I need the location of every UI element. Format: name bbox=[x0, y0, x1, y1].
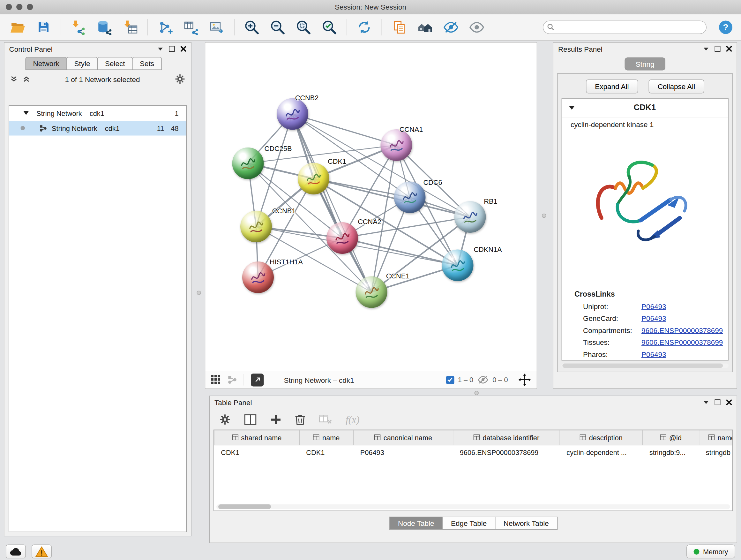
houses-button[interactable] bbox=[414, 17, 436, 38]
tab-string[interactable]: String bbox=[624, 57, 665, 71]
minimize-window-button[interactable] bbox=[16, 4, 23, 10]
zoom-in-button[interactable] bbox=[241, 17, 263, 38]
column-header-namespace[interactable]: namespace bbox=[699, 430, 733, 445]
clear-table-icon[interactable] bbox=[319, 414, 332, 425]
network-node-cdc25b[interactable] bbox=[232, 147, 264, 179]
close-window-button[interactable] bbox=[6, 4, 12, 10]
crosslink-uniprot-link[interactable]: P06493 bbox=[642, 302, 666, 311]
column-header-@id[interactable]: @id bbox=[643, 430, 699, 445]
collapse-entry-caret-icon[interactable] bbox=[569, 105, 575, 110]
refresh-button[interactable] bbox=[353, 17, 375, 38]
network-from-table-button[interactable] bbox=[180, 17, 202, 38]
column-header-description[interactable]: description bbox=[560, 430, 643, 445]
crosslink-tissues-link[interactable]: 9606.ENSP00000378699 bbox=[642, 338, 723, 347]
tab-style[interactable]: Style bbox=[67, 57, 98, 70]
save-session-button[interactable] bbox=[32, 17, 55, 38]
function-builder-icon[interactable]: f(x) bbox=[346, 414, 360, 426]
network-node-ccne1[interactable] bbox=[356, 276, 387, 308]
network-node-ccnb2[interactable] bbox=[277, 98, 308, 130]
cloud-status-button[interactable] bbox=[6, 545, 26, 559]
grid-view-icon[interactable] bbox=[211, 375, 221, 385]
tab-network[interactable]: Network bbox=[25, 57, 67, 70]
column-header-database-identifier[interactable]: database identifier bbox=[453, 430, 560, 445]
protein-squiggle-icon bbox=[461, 207, 480, 227]
expand-all-tree-icon[interactable] bbox=[23, 76, 30, 82]
delete-column-trash-icon[interactable] bbox=[295, 414, 306, 426]
network-collection-row[interactable]: String Network – cdk1 1 bbox=[9, 106, 186, 121]
panel-close-icon[interactable] bbox=[181, 46, 186, 52]
panel-close-icon[interactable] bbox=[726, 46, 732, 52]
crosslink-pharos-link[interactable]: P06493 bbox=[642, 350, 666, 359]
expand-all-button[interactable]: Expand All bbox=[586, 79, 638, 94]
panel-float-icon[interactable] bbox=[703, 400, 709, 404]
export-image-button[interactable] bbox=[206, 17, 228, 38]
tab-sets[interactable]: Sets bbox=[132, 57, 162, 70]
zoom-out-button[interactable] bbox=[267, 17, 289, 38]
network-edge[interactable] bbox=[293, 114, 397, 145]
import-network-database-button[interactable] bbox=[93, 17, 116, 38]
table-settings-gear-icon[interactable] bbox=[219, 414, 231, 425]
network-edge[interactable] bbox=[342, 238, 458, 266]
panel-maximize-icon[interactable] bbox=[715, 46, 721, 52]
network-node-hist1h1a[interactable] bbox=[242, 261, 274, 293]
copy-document-button[interactable] bbox=[388, 17, 410, 38]
column-header-shared-name[interactable]: shared name bbox=[214, 430, 299, 445]
network-edge[interactable] bbox=[293, 114, 372, 292]
column-header-canonical-name[interactable]: canonical name bbox=[354, 430, 453, 445]
splitter-handle[interactable] bbox=[197, 291, 201, 295]
network-node-ccna2[interactable] bbox=[327, 222, 358, 254]
tree-expand-caret-icon[interactable] bbox=[23, 111, 29, 116]
crosslink-genecard-link[interactable]: P06493 bbox=[642, 314, 666, 322]
table-row[interactable]: CDK1CDK1P064939606.ENSP00000378699cyclin… bbox=[214, 445, 733, 460]
help-button[interactable]: ? bbox=[717, 17, 734, 38]
network-canvas[interactable]: CCNB2CCNA1CDC25BCDK1CDC6RB1CCNB1CCNA2CDK… bbox=[205, 43, 537, 371]
tab-select[interactable]: Select bbox=[97, 57, 133, 70]
gear-icon[interactable] bbox=[175, 74, 185, 84]
panel-float-icon[interactable] bbox=[703, 47, 709, 51]
panel-maximize-icon[interactable] bbox=[715, 399, 721, 405]
zoom-window-button[interactable] bbox=[27, 4, 33, 10]
network-node-ccnb1[interactable] bbox=[240, 211, 272, 242]
gene-description: cyclin-dependent kinase 1 bbox=[562, 118, 728, 130]
import-network-file-button[interactable] bbox=[68, 17, 90, 38]
collapse-all-tree-icon[interactable] bbox=[10, 76, 18, 82]
panel-float-icon[interactable] bbox=[158, 47, 163, 51]
selected-nodes-checkbox[interactable] bbox=[446, 376, 454, 384]
show-all-button[interactable] bbox=[466, 17, 488, 38]
zoom-fit-button[interactable] bbox=[293, 17, 315, 38]
table-horizontal-scrollbar[interactable] bbox=[216, 504, 730, 509]
splitter-handle[interactable] bbox=[542, 213, 546, 218]
zoom-selected-button[interactable] bbox=[319, 17, 340, 38]
splitter-handle[interactable] bbox=[475, 391, 479, 395]
crosslink-label: Uniprot: bbox=[583, 302, 642, 311]
protein-squiggle-icon bbox=[283, 105, 302, 124]
memory-button[interactable]: Memory bbox=[686, 545, 735, 559]
import-table-button[interactable] bbox=[119, 17, 141, 38]
network-node-ccna1[interactable] bbox=[381, 129, 412, 161]
tab-edge-table[interactable]: Edge Table bbox=[442, 517, 495, 530]
network-node-cdc6[interactable] bbox=[394, 182, 426, 213]
results-horizontal-scrollbar[interactable] bbox=[562, 364, 729, 368]
panel-close-icon[interactable] bbox=[726, 399, 732, 405]
add-column-icon[interactable] bbox=[270, 414, 281, 425]
zoom-in-icon bbox=[244, 19, 260, 36]
show-columns-icon[interactable] bbox=[244, 414, 257, 425]
crosslink-compartments-link[interactable]: 9606.ENSP00000378699 bbox=[642, 326, 723, 334]
network-overview-icon[interactable] bbox=[227, 375, 237, 385]
column-header-name[interactable]: name bbox=[299, 430, 354, 445]
pan-crosshair-icon[interactable] bbox=[519, 374, 531, 386]
hide-selected-button[interactable] bbox=[440, 17, 462, 38]
network-node-cdk1[interactable] bbox=[298, 163, 329, 194]
collapse-all-button[interactable]: Collapse All bbox=[649, 79, 704, 94]
network-node-rb1[interactable] bbox=[455, 201, 486, 233]
open-session-button[interactable] bbox=[7, 17, 29, 38]
search-input[interactable] bbox=[543, 21, 706, 34]
network-row[interactable]: String Network – cdk1 11 48 bbox=[9, 121, 186, 136]
network-node-cdkn1a[interactable] bbox=[442, 250, 474, 281]
warnings-button[interactable] bbox=[31, 545, 52, 559]
tab-node-table[interactable]: Node Table bbox=[389, 517, 443, 530]
tab-network-table[interactable]: Network Table bbox=[495, 517, 557, 530]
annotation-mode-button[interactable] bbox=[251, 373, 264, 386]
new-network-button[interactable] bbox=[154, 17, 176, 38]
panel-maximize-icon[interactable] bbox=[169, 46, 175, 52]
